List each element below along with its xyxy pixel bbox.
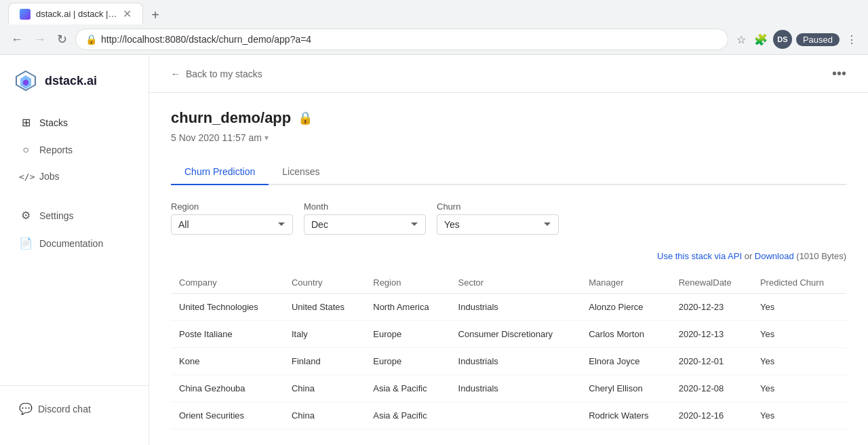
table-row: China GezhoubaChinaAsia & PacificIndustr… <box>171 375 846 402</box>
back-link[interactable]: ← Back to my stacks <box>171 69 262 79</box>
cell-0: Poste Italiane <box>171 321 283 348</box>
cell-1: United States <box>283 294 365 321</box>
cell-1: China <box>283 375 365 402</box>
cell-4: Alonzo Pierce <box>580 294 670 321</box>
tab-bar: dstack.ai | dstack | churn_demo/... ✕ + <box>0 0 868 24</box>
cell-6: Yes <box>752 321 846 348</box>
cell-6: Yes <box>752 348 846 375</box>
cell-5: 2020-12-01 <box>671 348 752 375</box>
tab-close-icon[interactable]: ✕ <box>123 7 132 20</box>
cell-3: Industrials <box>450 348 581 375</box>
browser-chrome: dstack.ai | dstack | churn_demo/... ✕ + … <box>0 0 868 55</box>
address-bar: ← → ↻ 🔒 http://localhost:8080/dstack/chu… <box>0 24 868 54</box>
bookmark-button[interactable]: ☆ <box>734 31 749 49</box>
new-tab-button[interactable]: + <box>146 5 165 24</box>
forward-button[interactable]: → <box>31 30 49 50</box>
churn-filter-group: Churn Yes No All <box>437 201 559 235</box>
sidebar-item-settings[interactable]: ⚙ Settings <box>5 202 143 229</box>
cell-1: Finland <box>283 348 365 375</box>
cell-5: 2020-12-08 <box>671 375 752 402</box>
sidebar-item-reports[interactable]: ○ Reports <box>5 137 143 163</box>
cell-2: Europe <box>365 348 450 375</box>
cell-2: Asia & Pacific <box>365 375 450 402</box>
region-filter-label: Region <box>171 201 293 212</box>
back-button[interactable]: ← <box>8 30 26 50</box>
top-bar: ← Back to my stacks ••• <box>149 55 868 93</box>
tab-churn-prediction[interactable]: Churn Prediction <box>171 159 269 185</box>
app-title: churn_demo/app 🔒 <box>171 109 846 127</box>
paused-badge: Paused <box>796 33 840 46</box>
address-actions: ☆ 🧩 DS Paused ⋮ <box>734 30 860 49</box>
timestamp-caret: ▾ <box>264 133 269 142</box>
cell-0: China Gezhouba <box>171 375 283 402</box>
content: churn_demo/app 🔒 5 Nov 2020 11:57 am ▾ C… <box>149 93 868 445</box>
col-region: Region <box>365 272 450 294</box>
extensions-button[interactable]: 🧩 <box>751 31 770 49</box>
more-options-button[interactable]: ••• <box>832 66 846 81</box>
sidebar-item-label-jobs: Jobs <box>39 171 60 182</box>
col-sector: Sector <box>450 272 581 294</box>
table-row: Poste ItalianeItalyEuropeConsumer Discre… <box>171 321 846 348</box>
sidebar-item-documentation[interactable]: 📄 Documentation <box>5 230 143 256</box>
cell-3: Industrials <box>450 294 581 321</box>
chrome-menu-button[interactable]: ⋮ <box>844 31 860 49</box>
back-link-text: Back to my stacks <box>186 69 262 79</box>
cell-5: 2020-12-23 <box>671 294 752 321</box>
cell-4: Carlos Morton <box>580 321 670 348</box>
cell-1: Italy <box>283 321 365 348</box>
download-link[interactable]: Download <box>755 251 794 261</box>
churn-filter-select[interactable]: Yes No All <box>437 214 559 235</box>
discord-chat-button[interactable]: 💬 Discord chat <box>14 397 135 421</box>
cell-1: China <box>283 402 365 429</box>
cell-2: Asia & Pacific <box>365 402 450 429</box>
cell-5: 2020-12-13 <box>671 321 752 348</box>
browser-tab[interactable]: dstack.ai | dstack | churn_demo/... ✕ <box>8 3 143 24</box>
cell-6: Yes <box>752 402 846 429</box>
cell-6: Yes <box>752 294 846 321</box>
cell-4: Rodrick Waters <box>580 402 670 429</box>
cell-0: Orient Securities <box>171 402 283 429</box>
discord-chat-label: Discord chat <box>38 404 91 414</box>
cell-0: Kone <box>171 348 283 375</box>
sidebar-item-label-settings: Settings <box>39 210 74 221</box>
lock-icon: 🔒 <box>298 111 313 125</box>
sidebar-nav: ⊞ Stacks ○ Reports </> Jobs ⚙ Settings 📄… <box>0 109 149 385</box>
user-avatar: DS <box>773 30 792 49</box>
refresh-button[interactable]: ↻ <box>54 29 70 50</box>
tab-title: dstack.ai | dstack | churn_demo/... <box>36 9 117 19</box>
cell-4: Elnora Joyce <box>580 348 670 375</box>
col-company: Company <box>171 272 283 294</box>
settings-icon: ⚙ <box>19 209 33 222</box>
url-text: http://localhost:8080/dstack/churn_demo/… <box>101 34 718 45</box>
reports-icon: ○ <box>19 144 33 156</box>
month-filter-select[interactable]: JanFebMarApr MayJunJulAug SepOctNov Dec <box>304 214 426 235</box>
app-timestamp: 5 Nov 2020 11:57 am ▾ <box>171 132 846 143</box>
api-link[interactable]: Use this stack via API <box>657 251 742 261</box>
cell-4: Cheryl Ellison <box>580 375 670 402</box>
table-row: United TechnologiesUnited StatesNorth Am… <box>171 294 846 321</box>
data-table: Company Country Region Sector Manager Re… <box>171 272 846 429</box>
api-or-text: or <box>745 251 753 261</box>
tab-favicon <box>20 9 31 20</box>
tab-licenses[interactable]: Licenses <box>269 159 333 185</box>
url-bar[interactable]: 🔒 http://localhost:8080/dstack/churn_dem… <box>75 28 728 50</box>
filters: Region All North America Europe Asia & P… <box>171 201 846 235</box>
app-tabs: Churn Prediction Licenses <box>171 159 846 185</box>
cell-6: Yes <box>752 375 846 402</box>
cell-3: Industrials <box>450 375 581 402</box>
month-filter-label: Month <box>304 201 426 212</box>
app-layout: dstack.ai ⊞ Stacks ○ Reports </> Jobs ⚙ … <box>0 55 868 445</box>
logo: dstack.ai <box>0 69 149 109</box>
back-arrow-icon: ← <box>171 69 180 79</box>
cell-3: Consumer Discretionary <box>450 321 581 348</box>
month-filter-group: Month JanFebMarApr MayJunJulAug SepOctNo… <box>304 201 426 235</box>
sidebar-item-jobs[interactable]: </> Jobs <box>5 164 143 189</box>
jobs-icon: </> <box>19 172 33 182</box>
region-filter-select[interactable]: All North America Europe Asia & Pacific <box>171 214 293 235</box>
main-content: ← Back to my stacks ••• churn_demo/app 🔒… <box>149 55 868 445</box>
discord-icon: 💬 <box>19 402 33 415</box>
url-lock-icon: 🔒 <box>85 34 97 45</box>
table-row: KoneFinlandEuropeIndustrialsElnora Joyce… <box>171 348 846 375</box>
sidebar-item-stacks[interactable]: ⊞ Stacks <box>5 109 143 136</box>
col-country: Country <box>283 272 365 294</box>
